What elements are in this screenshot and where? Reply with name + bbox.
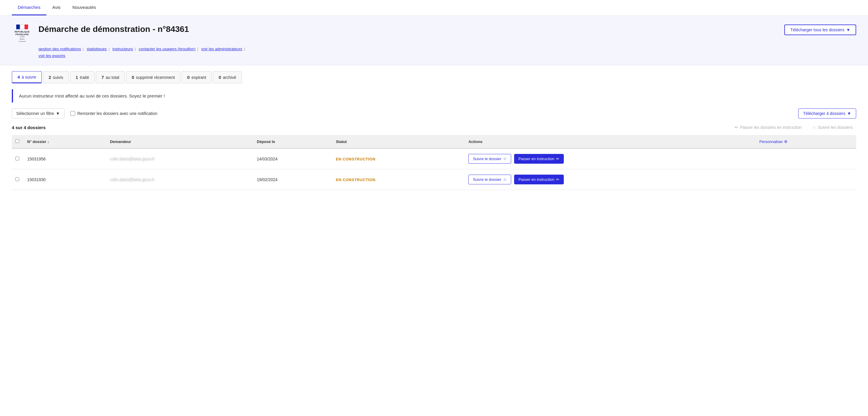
- tab-expirant[interactable]: 0 expirant: [182, 71, 212, 83]
- tab-a-suivre-count: 4: [18, 74, 20, 79]
- row-demandeur: colin.dario@beta.gouv.fr: [106, 148, 253, 169]
- row-numero: 15031930: [24, 169, 106, 190]
- separator: |: [83, 47, 84, 51]
- suivre-dossiers-bulk-label: Suivre les dossiers: [818, 125, 853, 130]
- header-personnaliser: Personnaliser ⚙: [756, 135, 856, 148]
- edit-icon: ✏: [735, 125, 738, 130]
- suivre-dossier-button[interactable]: Suivre le dossier ☆: [468, 174, 511, 184]
- top-navigation: Démarches Avis Nouveautés: [0, 0, 868, 15]
- header-checkbox-cell: [12, 135, 24, 148]
- personnaliser-link[interactable]: Personnaliser ⚙: [760, 139, 852, 144]
- row-depose: 14/03/2024: [253, 148, 332, 169]
- separator: |: [244, 47, 245, 51]
- alert-message: Aucun instructeur n'est affecté au suivi…: [19, 93, 165, 98]
- flag-white: [21, 25, 24, 29]
- separator: |: [135, 47, 136, 51]
- row-checkbox-1[interactable]: [16, 177, 19, 181]
- select-filter-button[interactable]: Sélectionner un filtre ▼: [12, 108, 64, 119]
- nav-item-avis[interactable]: Avis: [46, 0, 66, 15]
- separator: |: [108, 47, 110, 51]
- tab-au-total[interactable]: 7 au total: [96, 71, 125, 83]
- tab-supprime-count: 0: [131, 75, 134, 80]
- nav-item-nouveautes[interactable]: Nouveautés: [66, 0, 102, 15]
- row-actions: Suivre le dossier ☆ Passer en instructio…: [465, 169, 756, 190]
- settings-icon: ⚙: [784, 139, 787, 144]
- notification-filter-label[interactable]: Remonter les dossiers avec une notificat…: [70, 111, 158, 116]
- passer-instruction-bulk-label: Passer les dossiers en instruction: [740, 125, 802, 130]
- tab-supprime[interactable]: 0 supprimé récemment: [126, 71, 180, 83]
- row-empty-last: [756, 169, 856, 190]
- select-all-checkbox[interactable]: [16, 139, 19, 143]
- row-empty-last: [756, 148, 856, 169]
- download-n-label: Télécharger 4 dossiers: [803, 111, 845, 116]
- tab-expirant-count: 0: [187, 75, 189, 80]
- row-depose: 19/02/2024: [253, 169, 332, 190]
- header-demandeur: Demandeur: [106, 135, 253, 148]
- suivre-dossiers-bulk-button[interactable]: ☆ Suivre les dossiers: [809, 123, 857, 131]
- tab-archive-label: archivé: [223, 75, 236, 80]
- suivre-label: Suivre le dossier: [473, 157, 501, 161]
- header-links: gestion des notifications| statistiques|…: [38, 47, 856, 58]
- separator: |: [197, 47, 198, 51]
- row-checkbox-cell: [12, 148, 24, 169]
- alert-box: Aucun instructeur n'est affecté au suivi…: [12, 89, 856, 102]
- passer-label: Passer en instruction: [519, 177, 554, 182]
- page-title: Démarche de démonstration - n°84361: [38, 25, 189, 34]
- tabs-row: 4 à suivre 2 suivis 1 traité 7 au total …: [12, 71, 856, 83]
- notification-filter-checkbox[interactable]: [70, 111, 75, 116]
- tab-suivis[interactable]: 2 suivis: [43, 71, 69, 83]
- passer-instruction-button[interactable]: Passer en instruction ✏: [514, 174, 564, 184]
- row-actions: Suivre le dossier ☆ Passer en instructio…: [465, 148, 756, 169]
- french-flag: [16, 25, 28, 29]
- passer-instruction-button[interactable]: Passer en instruction ✏: [514, 154, 564, 164]
- link-instructeurs[interactable]: instructeurs: [112, 47, 133, 51]
- row-statut: EN CONSTRUCTION: [332, 148, 465, 169]
- tab-supprime-label: supprimé récemment: [136, 75, 175, 80]
- dossiers-table: N° dossier ↓ Demandeur Déposé le Statut …: [12, 135, 856, 190]
- table-row: 15031930 colin.dario@beta.gouv.fr 19/02/…: [12, 169, 856, 190]
- download-all-button[interactable]: Télécharger tous les dossiers ▼: [784, 25, 856, 35]
- link-contact[interactable]: contacter les usagers (brouillon): [138, 47, 195, 51]
- passer-instruction-bulk-button[interactable]: ✏ Passer les dossiers en instruction: [731, 123, 805, 131]
- alert-section: Aucun instructeur n'est affecté au suivi…: [0, 83, 868, 108]
- link-administrateurs[interactable]: voir les administrateurs: [201, 47, 242, 51]
- download-n-button[interactable]: Télécharger 4 dossiers ▼: [798, 108, 856, 119]
- chevron-down-icon: ▼: [847, 111, 851, 116]
- tab-archive[interactable]: 0 archivé: [213, 71, 242, 83]
- passer-label: Passer en instruction: [519, 157, 554, 161]
- tab-traite-count: 1: [76, 75, 78, 80]
- header-depose: Déposé le: [253, 135, 332, 148]
- header-statut: Statut: [332, 135, 465, 148]
- tab-traite[interactable]: 1 traité: [70, 71, 95, 83]
- chevron-down-icon: ▼: [56, 111, 60, 116]
- header-numero[interactable]: N° dossier ↓: [24, 135, 106, 148]
- tab-expirant-label: expirant: [192, 75, 206, 80]
- logo: RÉPUBLIQUEFRANÇAISE LibertéÉgalitéFrater…: [12, 25, 33, 42]
- table-header-row: N° dossier ↓ Demandeur Déposé le Statut …: [12, 135, 856, 148]
- flag-red: [25, 25, 28, 29]
- notification-filter-text: Remonter les dossiers avec une notificat…: [78, 111, 158, 116]
- link-notifications[interactable]: gestion des notifications: [38, 47, 81, 51]
- tabs-section: 4 à suivre 2 suivis 1 traité 7 au total …: [0, 65, 868, 83]
- tab-suivis-count: 2: [49, 75, 51, 80]
- bulk-actions: ✏ Passer les dossiers en instruction ☆ S…: [731, 123, 856, 131]
- tab-a-suivre[interactable]: 4 à suivre: [12, 71, 42, 83]
- link-statistiques[interactable]: statistiques: [87, 47, 107, 51]
- tab-a-suivre-label: à suivre: [22, 75, 36, 79]
- row-demandeur: colin.dario@beta.gouv.fr: [106, 169, 253, 190]
- row-checkbox-0[interactable]: [16, 157, 19, 160]
- suivre-label: Suivre le dossier: [473, 177, 501, 182]
- link-voir-exports[interactable]: voir les exports: [38, 54, 856, 58]
- edit-icon: ✏: [556, 177, 559, 182]
- header-actions: Actions: [465, 135, 756, 148]
- nav-item-demarches[interactable]: Démarches: [12, 0, 46, 15]
- count-actions-row: 4 sur 4 dossiers ✏ Passer les dossiers e…: [0, 122, 868, 135]
- row-checkbox-cell: [12, 169, 24, 190]
- filter-section: Sélectionner un filtre ▼ Remonter les do…: [0, 108, 868, 122]
- select-filter-label: Sélectionner un filtre: [16, 111, 54, 116]
- tab-suivis-label: suivis: [53, 75, 63, 80]
- row-statut: EN CONSTRUCTION: [332, 169, 465, 190]
- header-section: RÉPUBLIQUEFRANÇAISE LibertéÉgalitéFrater…: [0, 15, 868, 65]
- suivre-dossier-button[interactable]: Suivre le dossier ☆: [468, 154, 511, 164]
- tab-au-total-count: 7: [101, 75, 104, 80]
